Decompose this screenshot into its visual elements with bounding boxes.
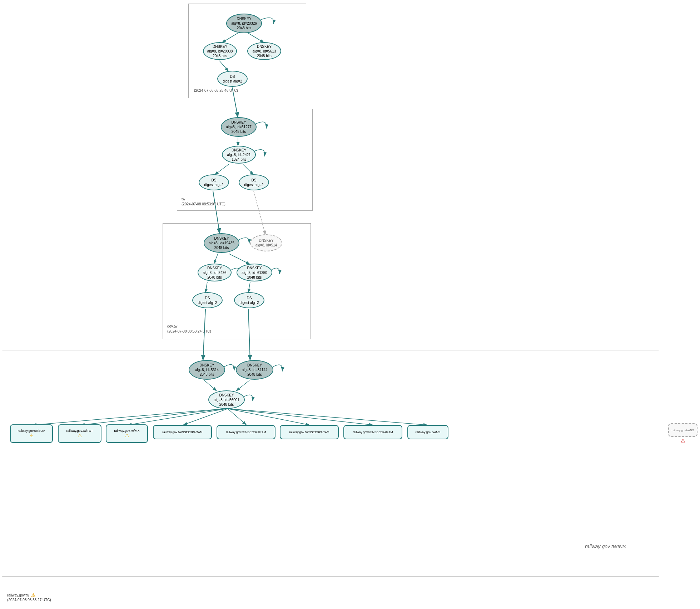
record-nsec3-label: railway.gov.tw/NSEC3PARAM: [289, 430, 329, 434]
footer-timestamp: (2024-07-08 08:58:27 UTC): [7, 598, 51, 602]
record-txt-warning: ⚠: [78, 433, 82, 438]
tw-ds2-label: DSdigest alg=2: [244, 178, 263, 187]
tw-zsk-label: DNSKEYalg=8, id=24211024 bits: [227, 148, 250, 162]
record-nsec1[interactable]: railway.gov.tw/NSEC3PARAM: [153, 425, 212, 439]
record-mx[interactable]: railway.gov.tw/MX ⚠: [106, 424, 148, 443]
tw-ksk-node[interactable]: DNSKEYalg=8, id=512772048 bits: [221, 117, 257, 137]
root-ds-node[interactable]: DSdigest alg=2: [217, 71, 248, 87]
tw-zone-label: tw: [182, 197, 185, 201]
record-nsec4[interactable]: railway.gov.tw/NSEC3PARAM: [343, 425, 402, 439]
footer-domain: railway.gov.tw: [7, 593, 29, 597]
gov-zsk1-node[interactable]: DNSKEYalg=8, id=84362048 bits: [198, 264, 232, 281]
tw-ksk-label: DNSKEYalg=8, id=512772048 bits: [226, 120, 252, 134]
record-ns-label: railway.gov.tw/NS: [415, 430, 440, 434]
gov-ds1-node[interactable]: DSdigest alg=2: [192, 292, 223, 308]
tw-zsk-node[interactable]: DNSKEYalg=8, id=24211024 bits: [222, 146, 256, 164]
root-zone-timestamp: (2024-07-08 05:25:46 UTC): [194, 89, 238, 93]
footer-info: railway.gov.tw ⚠ (2024-07-08 08:58:27 UT…: [7, 592, 51, 602]
railway-ksk1-node[interactable]: DNSKEYalg=8, id=53142048 bits: [189, 360, 225, 380]
gov-ksk-label: DNSKEYalg=8, id=194352048 bits: [209, 236, 234, 250]
govtw-zone-label: gov.tw: [167, 324, 177, 328]
record-txt-label: railway.gov.tw/TXT: [66, 429, 93, 433]
gov-ds2-label: DSdigest alg=2: [239, 296, 259, 305]
record-ns[interactable]: railway.gov.tw/NS: [407, 425, 448, 439]
tw-ds2-node[interactable]: DSdigest alg=2: [239, 174, 269, 190]
railway-zone-box: [2, 350, 659, 577]
railway-zsk-label: DNSKEYalg=8, id=560012048 bits: [214, 393, 239, 407]
root-zsk1-node[interactable]: DNSKEYalg=8, id=200382048 bits: [203, 42, 237, 60]
root-zsk1-label: DNSKEYalg=8, id=200382048 bits: [207, 44, 233, 58]
railway-ksk2-node[interactable]: DNSKEYalg=8, id=341442048 bits: [236, 360, 273, 380]
gov-zsk2-label: DNSKEYalg=8, id=613502048 bits: [242, 266, 267, 280]
diagram: (2024-07-08 05:25:46 UTC) DNSKEYalg=8, i…: [0, 0, 700, 609]
tw-ds1-node[interactable]: DSdigest alg=2: [199, 174, 229, 190]
gov-ksk-node[interactable]: DNSKEYalg=8, id=194352048 bits: [204, 233, 239, 253]
gov-dashed-label: DNSKEYalg=8, id=514: [255, 238, 277, 248]
gov-ds1-label: DSdigest alg=2: [198, 296, 217, 305]
gov-dashed-node[interactable]: DNSKEYalg=8, id=514: [250, 234, 282, 251]
record-soa-label: railway.gov.tw/SOA: [18, 429, 45, 433]
root-zsk2-label: DNSKEYalg=8, id=56132048 bits: [252, 44, 276, 58]
railway-ksk2-label: DNSKEYalg=8, id=341442048 bits: [242, 363, 268, 377]
railway-ksk1-label: DNSKEYalg=8, id=53142048 bits: [195, 363, 219, 377]
record-nsec1-label: railway.gov.tw/NSEC3PARAM: [162, 430, 202, 434]
record-ns-warn[interactable]: railway.gov.tw/NS: [668, 423, 697, 437]
record-nsec2-label: railway.gov.tw/NSEC3PARAM: [226, 430, 266, 434]
gov-zsk1-label: DNSKEYalg=8, id=84362048 bits: [203, 266, 226, 280]
record-nsec2[interactable]: railway.gov.tw/NSEC3PARAM: [217, 425, 275, 439]
record-soa-warning: ⚠: [29, 433, 34, 438]
govtw-zone-timestamp: (2024-07-08 08:53:24 UTC): [167, 329, 211, 333]
gov-zsk2-node[interactable]: DNSKEYalg=8, id=613502048 bits: [237, 264, 272, 281]
root-ds-label: DSdigest alg=2: [223, 74, 242, 84]
record-ns-warn-label: railway.gov.tw/NS: [672, 429, 694, 432]
root-ksk-label: DNSKEYalg=8, id=203262048 bits: [231, 16, 257, 30]
record-nsec3[interactable]: railway.gov.tw/NSEC3PARAM: [280, 425, 339, 439]
tw-ds1-label: DSdigest alg=2: [204, 178, 223, 187]
railway-zsk-node[interactable]: DNSKEYalg=8, id=560012048 bits: [208, 390, 245, 409]
record-mx-label: railway.gov.tw/MX: [114, 429, 139, 433]
record-nsec4-label: railway.gov.tw/NSEC3PARAM: [353, 430, 393, 434]
record-ns-warn-icon: ⚠: [680, 438, 685, 444]
gov-ds2-node[interactable]: DSdigest alg=2: [234, 292, 264, 308]
root-ksk-node[interactable]: DNSKEYalg=8, id=203262048 bits: [226, 14, 262, 33]
record-txt[interactable]: railway.gov.tw/TXT ⚠: [58, 424, 101, 443]
record-mx-warning: ⚠: [125, 433, 129, 438]
root-zsk2-node[interactable]: DNSKEYalg=8, id=56132048 bits: [247, 42, 281, 60]
tw-zone-timestamp: (2024-07-08 08:53:07 UTC): [182, 202, 225, 206]
twins-label: railway gov tWINS: [585, 544, 626, 549]
footer-warning-icon: ⚠: [31, 592, 36, 598]
record-soa[interactable]: railway.gov.tw/SOA ⚠: [10, 424, 53, 443]
